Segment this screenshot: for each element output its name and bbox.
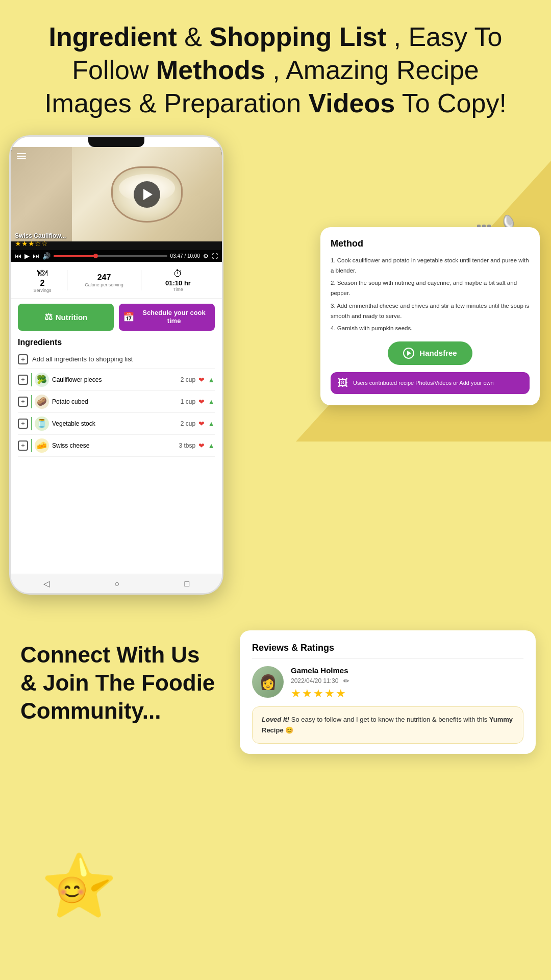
method-step-1: 1. Cook cauliflower and potato in vegeta… [331,255,530,276]
nav-back-icon[interactable]: ◁ [43,579,49,589]
ing-cheese-name: Swiss cheese [52,442,172,449]
progress-bar[interactable] [54,255,167,257]
triangle-icon-2: ▲ [208,398,215,406]
review-bubble: Loved it! So easy to follow and I get to… [252,706,523,744]
ingredient-row: + 🥦 Cauliflower pieces 2 cup ❤ ▲ [18,369,215,391]
servings-stat: 🍽 2 Servings [18,267,67,293]
reviews-title: Reviews & Ratings [252,643,523,659]
phones-area: 🥄 🦉 [0,130,551,620]
phone-nav-bar: ◁ ○ □ [11,574,222,593]
add-all-ingredients-row[interactable]: + Add all ingredients to shopping list [18,350,215,369]
ing-plus-icon[interactable]: + [18,419,28,429]
ing-potato-qty: 1 cup [175,398,195,405]
header-text: Ingredient & Shopping List , Easy To Fol… [31,20,520,120]
ingredient-row: + 🫙 Vegetable stock 2 cup ❤ ▲ [18,413,215,435]
ing-potato-icon: 🥔 [35,395,49,409]
method-step-3: 3. Add emmenthal cheese and chives and s… [331,301,530,321]
bottom-section: Connect With Us & Join The Foodie Commun… [0,620,551,932]
action-buttons-row: ⚖ Nutrition 📅 Schedule your cook time [11,299,222,336]
method-step-4: 4. Garnish with pumpkin seeds. [331,323,530,333]
servings-value: 2 [40,279,45,288]
header-word-ingredient: Ingredient [49,22,177,52]
ing-potato-name: Potato cubed [52,398,172,405]
servings-label: Servings [33,288,51,293]
method-steps: 1. Cook cauliflower and potato in vegeta… [331,255,530,333]
nutrition-icon: ⚖ [44,311,53,323]
heart-icon-4: ❤ [198,442,205,450]
ingredient-row: + 🥔 Potato cubed 1 cup ❤ ▲ [18,391,215,413]
header-word-shopping: Shopping List [209,22,386,52]
add-all-label: Add all ingredients to shopping list [32,355,133,363]
volume-icon[interactable]: 🔊 [42,252,51,260]
skip-forward-icon[interactable]: ⏭ [33,252,39,260]
video-area: Swiss Cauliflow... ★★★☆☆ ⏮ ▶ ⏭ 🔊 03:47 /… [11,147,222,262]
play-pause-icon[interactable]: ▶ [24,252,30,260]
calorie-label: Calorie per serving [85,282,123,287]
method-card: Method 1. Cook cauliflower and potato in… [320,227,540,405]
ingredients-section: Ingredients + Add all ingredients to sho… [11,336,222,457]
time-value: 01:10 hr [165,279,191,287]
edit-pencil-icon[interactable]: ✏ [343,677,349,685]
header-section: Ingredient & Shopping List , Easy To Fol… [0,0,551,125]
phone-left: Swiss Cauliflow... ★★★☆☆ ⏮ ▶ ⏭ 🔊 03:47 /… [9,135,223,595]
ing-cheese-qty: 3 tbsp [175,442,195,449]
ing-plus-icon[interactable]: + [18,440,28,451]
ingredients-title: Ingredients [18,338,215,347]
stats-bar: 🍽 2 Servings 247 Calorie per serving ⏱ 0… [11,262,222,299]
skip-back-icon[interactable]: ⏮ [15,252,21,260]
reviews-card: Reviews & Ratings 👩 Gamela Holmes 2022/0… [240,630,536,754]
photos-icon: 🖼 [338,377,348,389]
ing-cauliflower-qty: 2 cup [175,376,195,383]
connect-text: Connect With Us & Join The Foodie Commun… [20,641,215,725]
reviewer-info: Gamela Holmes 2022/04/20 11:30 ✏ ★★★★★ [291,666,523,700]
ing-cauliflower-name: Cauliflower pieces [52,376,172,383]
contributed-photos-bar[interactable]: 🖼 Users contributed recipe Photos/Videos… [331,372,530,394]
review-loved-text: Loved it! [262,716,289,723]
header-word-videos: Videos [309,88,395,118]
ingredient-row: + 🧀 Swiss cheese 3 tbsp ❤ ▲ [18,435,215,457]
ing-vegstock-icon: 🫙 [35,416,49,431]
ing-cheese-icon: 🧀 [35,438,49,453]
schedule-button[interactable]: 📅 Schedule your cook time [119,304,215,331]
settings-icon[interactable]: ⚙ [203,253,209,260]
triangle-icon-3: ▲ [208,420,215,428]
reviewer-name: Gamela Holmes [291,666,523,675]
fullscreen-icon[interactable]: ⛶ [212,253,218,260]
heart-icon-3: ❤ [198,420,205,428]
method-title: Method [331,238,530,249]
reviewer-date: 2022/04/20 11:30 [291,677,338,684]
recipe-title-overlay: Swiss Cauliflow... [15,232,66,239]
ing-vegstock-name: Vegetable stock [52,420,172,427]
reviewer-stars: ★★★★★ [291,687,523,700]
video-main-frame [72,147,222,241]
nav-home-icon[interactable]: ○ [114,579,119,589]
ing-vegstock-qty: 2 cup [175,420,195,427]
heart-icon-1: ❤ [198,376,205,384]
nutrition-button[interactable]: ⚖ Nutrition [18,304,114,331]
calorie-value: 247 [97,273,111,282]
nav-recents-icon[interactable]: □ [185,579,190,589]
ing-plus-icon[interactable]: + [18,397,28,407]
reviewer-row: 👩 Gamela Holmes 2022/04/20 11:30 ✏ ★★★★★ [252,666,523,700]
header-word-methods: Methods [156,55,265,85]
calendar-icon: 📅 [123,311,134,323]
ing-cauliflower-icon: 🥦 [35,373,49,387]
recipe-stars: ★★★☆☆ [15,239,48,248]
reviewer-avatar: 👩 [252,666,284,698]
video-controls-bar: ⏮ ▶ ⏭ 🔊 03:47 / 10:00 ⚙ ⛶ [11,250,222,262]
calorie-stat: 247 Calorie per serving [67,273,141,287]
triangle-icon-4: ▲ [208,442,215,450]
time-display: 03:47 / 10:00 [170,253,200,259]
star-face: 😊 [56,877,88,903]
handsfree-button[interactable]: Handsfree [388,341,472,365]
time-label: Time [173,287,183,292]
review-body-text: So easy to follow and I get to know the … [262,716,513,734]
method-step-2: 2. Season the soup with nutmeg and cayen… [331,278,530,298]
play-button[interactable] [134,181,160,208]
heart-icon-2: ❤ [198,398,205,406]
ing-plus-icon[interactable]: + [18,375,28,385]
contrib-text: Users contributed recipe Photos/Videos o… [353,380,494,386]
time-stat: ⏱ 01:10 hr Time [141,268,215,292]
hamburger-menu-icon[interactable] [15,151,28,161]
phone-notch [88,137,144,147]
